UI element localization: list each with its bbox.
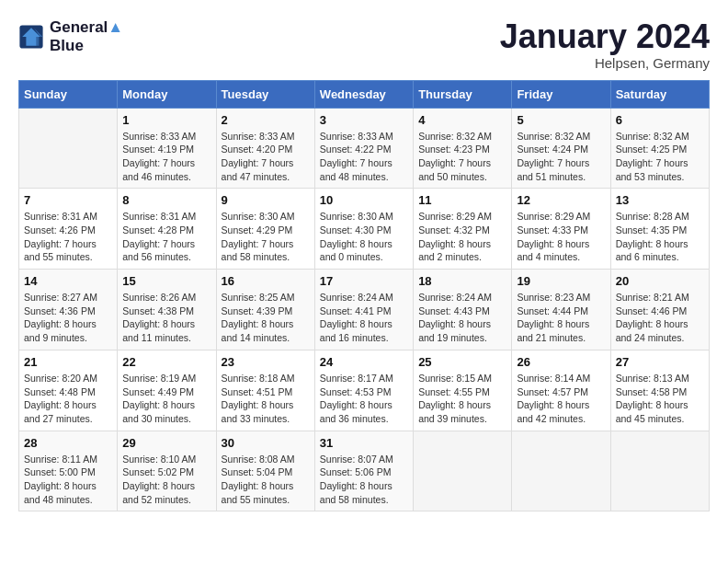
weekday-header-wednesday: Wednesday bbox=[314, 80, 413, 108]
calendar-cell: 9Sunrise: 8:30 AMSunset: 4:29 PMDaylight… bbox=[216, 189, 314, 270]
day-number: 11 bbox=[418, 193, 506, 207]
day-number: 23 bbox=[222, 355, 310, 369]
calendar-cell: 6Sunrise: 8:32 AMSunset: 4:25 PMDaylight… bbox=[610, 108, 709, 189]
calendar-cell: 20Sunrise: 8:21 AMSunset: 4:46 PMDayligh… bbox=[610, 270, 709, 350]
day-info: Sunrise: 8:32 AMSunset: 4:24 PMDaylight:… bbox=[517, 130, 605, 184]
day-info: Sunrise: 8:30 AMSunset: 4:29 PMDaylight:… bbox=[222, 210, 310, 264]
day-number: 14 bbox=[24, 274, 112, 288]
day-info: Sunrise: 8:14 AMSunset: 4:57 PMDaylight:… bbox=[517, 372, 605, 426]
calendar-cell: 5Sunrise: 8:32 AMSunset: 4:24 PMDaylight… bbox=[512, 108, 610, 189]
calendar-cell: 19Sunrise: 8:23 AMSunset: 4:44 PMDayligh… bbox=[512, 270, 610, 350]
day-info: Sunrise: 8:28 AMSunset: 4:35 PMDaylight:… bbox=[616, 210, 704, 264]
day-number: 17 bbox=[320, 274, 408, 288]
calendar-cell: 18Sunrise: 8:24 AMSunset: 4:43 PMDayligh… bbox=[414, 270, 512, 350]
calendar-cell: 8Sunrise: 8:31 AMSunset: 4:28 PMDaylight… bbox=[118, 189, 216, 270]
calendar-week-row: 7Sunrise: 8:31 AMSunset: 4:26 PMDaylight… bbox=[19, 189, 710, 270]
day-info: Sunrise: 8:31 AMSunset: 4:28 PMDaylight:… bbox=[122, 210, 210, 264]
weekday-header-friday: Friday bbox=[512, 80, 610, 108]
day-info: Sunrise: 8:15 AMSunset: 4:55 PMDaylight:… bbox=[418, 372, 506, 426]
calendar-week-row: 1Sunrise: 8:33 AMSunset: 4:19 PMDaylight… bbox=[19, 108, 710, 189]
day-info: Sunrise: 8:32 AMSunset: 4:23 PMDaylight:… bbox=[418, 130, 506, 184]
calendar-cell: 24Sunrise: 8:17 AMSunset: 4:53 PMDayligh… bbox=[314, 350, 413, 431]
day-number: 9 bbox=[222, 193, 310, 207]
day-info: Sunrise: 8:20 AMSunset: 4:48 PMDaylight:… bbox=[24, 372, 112, 426]
day-info: Sunrise: 8:19 AMSunset: 4:49 PMDaylight:… bbox=[122, 372, 210, 426]
weekday-header-thursday: Thursday bbox=[414, 80, 512, 108]
day-number: 12 bbox=[517, 193, 605, 207]
day-info: Sunrise: 8:24 AMSunset: 4:41 PMDaylight:… bbox=[320, 291, 408, 345]
day-info: Sunrise: 8:24 AMSunset: 4:43 PMDaylight:… bbox=[418, 291, 506, 345]
day-info: Sunrise: 8:26 AMSunset: 4:38 PMDaylight:… bbox=[122, 291, 210, 345]
day-number: 5 bbox=[517, 113, 605, 127]
day-info: Sunrise: 8:31 AMSunset: 4:26 PMDaylight:… bbox=[24, 210, 112, 264]
calendar-cell: 14Sunrise: 8:27 AMSunset: 4:36 PMDayligh… bbox=[19, 270, 118, 350]
day-info: Sunrise: 8:29 AMSunset: 4:33 PMDaylight:… bbox=[517, 210, 605, 264]
calendar-cell: 1Sunrise: 8:33 AMSunset: 4:19 PMDaylight… bbox=[118, 108, 216, 189]
calendar-cell: 7Sunrise: 8:31 AMSunset: 4:26 PMDaylight… bbox=[19, 189, 118, 270]
day-info: Sunrise: 8:18 AMSunset: 4:51 PMDaylight:… bbox=[222, 372, 310, 426]
calendar-cell: 25Sunrise: 8:15 AMSunset: 4:55 PMDayligh… bbox=[414, 350, 512, 431]
month-title: January 2024 bbox=[500, 18, 710, 55]
page-header: General▲ Blue January 2024 Helpsen, Germ… bbox=[18, 18, 710, 71]
day-number: 30 bbox=[222, 436, 310, 450]
day-info: Sunrise: 8:23 AMSunset: 4:44 PMDaylight:… bbox=[517, 291, 605, 345]
day-number: 26 bbox=[517, 355, 605, 369]
day-number: 19 bbox=[517, 274, 605, 288]
logo: General▲ Blue bbox=[18, 18, 123, 55]
calendar-cell bbox=[414, 431, 512, 511]
day-info: Sunrise: 8:17 AMSunset: 4:53 PMDaylight:… bbox=[320, 372, 408, 426]
day-number: 31 bbox=[320, 436, 408, 450]
calendar-cell: 2Sunrise: 8:33 AMSunset: 4:20 PMDaylight… bbox=[216, 108, 314, 189]
calendar-cell: 10Sunrise: 8:30 AMSunset: 4:30 PMDayligh… bbox=[314, 189, 413, 270]
day-info: Sunrise: 8:11 AMSunset: 5:00 PMDaylight:… bbox=[24, 453, 112, 507]
calendar-cell: 21Sunrise: 8:20 AMSunset: 4:48 PMDayligh… bbox=[19, 350, 118, 431]
day-number: 13 bbox=[616, 193, 704, 207]
weekday-header-row: SundayMondayTuesdayWednesdayThursdayFrid… bbox=[19, 80, 710, 108]
day-info: Sunrise: 8:29 AMSunset: 4:32 PMDaylight:… bbox=[418, 210, 506, 264]
calendar-week-row: 28Sunrise: 8:11 AMSunset: 5:00 PMDayligh… bbox=[19, 431, 710, 511]
calendar-cell: 22Sunrise: 8:19 AMSunset: 4:49 PMDayligh… bbox=[118, 350, 216, 431]
day-info: Sunrise: 8:21 AMSunset: 4:46 PMDaylight:… bbox=[616, 291, 704, 345]
location: Helpsen, Germany bbox=[500, 55, 710, 71]
calendar-cell bbox=[610, 431, 709, 511]
calendar-cell: 3Sunrise: 8:33 AMSunset: 4:22 PMDaylight… bbox=[314, 108, 413, 189]
day-info: Sunrise: 8:33 AMSunset: 4:22 PMDaylight:… bbox=[320, 130, 408, 184]
calendar-cell: 17Sunrise: 8:24 AMSunset: 4:41 PMDayligh… bbox=[314, 270, 413, 350]
calendar-cell: 23Sunrise: 8:18 AMSunset: 4:51 PMDayligh… bbox=[216, 350, 314, 431]
calendar-cell: 30Sunrise: 8:08 AMSunset: 5:04 PMDayligh… bbox=[216, 431, 314, 511]
logo-icon bbox=[18, 24, 44, 50]
day-number: 16 bbox=[222, 274, 310, 288]
calendar-cell: 26Sunrise: 8:14 AMSunset: 4:57 PMDayligh… bbox=[512, 350, 610, 431]
day-info: Sunrise: 8:27 AMSunset: 4:36 PMDaylight:… bbox=[24, 291, 112, 345]
calendar-cell: 27Sunrise: 8:13 AMSunset: 4:58 PMDayligh… bbox=[610, 350, 709, 431]
calendar-week-row: 14Sunrise: 8:27 AMSunset: 4:36 PMDayligh… bbox=[19, 270, 710, 350]
calendar-table: SundayMondayTuesdayWednesdayThursdayFrid… bbox=[18, 80, 710, 512]
calendar-cell: 13Sunrise: 8:28 AMSunset: 4:35 PMDayligh… bbox=[610, 189, 709, 270]
title-block: January 2024 Helpsen, Germany bbox=[500, 18, 710, 71]
day-info: Sunrise: 8:13 AMSunset: 4:58 PMDaylight:… bbox=[616, 372, 704, 426]
calendar-cell: 12Sunrise: 8:29 AMSunset: 4:33 PMDayligh… bbox=[512, 189, 610, 270]
calendar-cell: 28Sunrise: 8:11 AMSunset: 5:00 PMDayligh… bbox=[19, 431, 118, 511]
day-number: 2 bbox=[222, 113, 310, 127]
calendar-cell: 29Sunrise: 8:10 AMSunset: 5:02 PMDayligh… bbox=[118, 431, 216, 511]
day-info: Sunrise: 8:10 AMSunset: 5:02 PMDaylight:… bbox=[122, 453, 210, 507]
day-number: 29 bbox=[122, 436, 210, 450]
day-info: Sunrise: 8:32 AMSunset: 4:25 PMDaylight:… bbox=[616, 130, 704, 184]
day-number: 18 bbox=[418, 274, 506, 288]
calendar-cell: 16Sunrise: 8:25 AMSunset: 4:39 PMDayligh… bbox=[216, 270, 314, 350]
calendar-cell: 15Sunrise: 8:26 AMSunset: 4:38 PMDayligh… bbox=[118, 270, 216, 350]
day-number: 22 bbox=[122, 355, 210, 369]
weekday-header-tuesday: Tuesday bbox=[216, 80, 314, 108]
day-number: 24 bbox=[320, 355, 408, 369]
day-number: 7 bbox=[24, 193, 112, 207]
day-number: 27 bbox=[616, 355, 704, 369]
calendar-week-row: 21Sunrise: 8:20 AMSunset: 4:48 PMDayligh… bbox=[19, 350, 710, 431]
weekday-header-sunday: Sunday bbox=[19, 80, 118, 108]
day-number: 1 bbox=[122, 113, 210, 127]
day-number: 4 bbox=[418, 113, 506, 127]
calendar-cell: 31Sunrise: 8:07 AMSunset: 5:06 PMDayligh… bbox=[314, 431, 413, 511]
calendar-cell: 4Sunrise: 8:32 AMSunset: 4:23 PMDaylight… bbox=[414, 108, 512, 189]
day-number: 21 bbox=[24, 355, 112, 369]
calendar-cell bbox=[19, 108, 118, 189]
logo-text: General▲ Blue bbox=[50, 18, 123, 55]
